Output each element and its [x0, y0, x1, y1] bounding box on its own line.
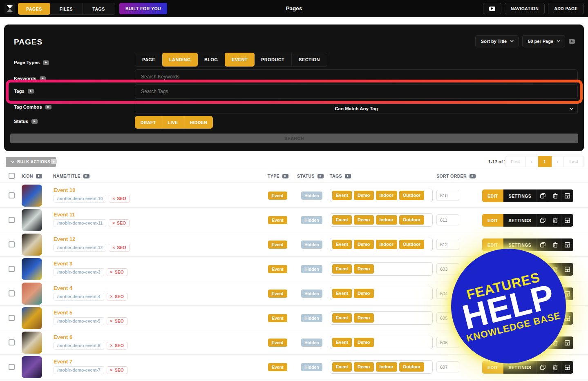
- video-icon[interactable]: [45, 105, 51, 109]
- tag-chip-event[interactable]: Event: [332, 289, 352, 298]
- video-icon[interactable]: [43, 60, 49, 65]
- video-icon[interactable]: [83, 174, 89, 178]
- tab-tags[interactable]: TAGS: [83, 3, 115, 14]
- tag-chip-indoor[interactable]: Indoor: [376, 240, 397, 249]
- seo-chip[interactable]: ×SEO: [107, 366, 127, 374]
- video-icon[interactable]: [31, 119, 38, 124]
- tag-chip-demo[interactable]: Demo: [354, 240, 374, 249]
- seo-chip[interactable]: ×SEO: [107, 293, 127, 301]
- duplicate-button[interactable]: [537, 238, 549, 251]
- video-icon[interactable]: [36, 174, 42, 178]
- page-title-link[interactable]: Event 3: [54, 261, 72, 267]
- tags-box[interactable]: EventDemo: [330, 336, 433, 349]
- tag-chip-demo[interactable]: Demo: [354, 338, 374, 347]
- seo-chip[interactable]: ×SEO: [109, 219, 130, 227]
- tag-chip-indoor[interactable]: Indoor: [376, 215, 397, 225]
- pagination-next[interactable]: ›: [552, 156, 564, 167]
- sort-order-input[interactable]: [436, 361, 459, 372]
- pagination-first[interactable]: First: [505, 156, 526, 167]
- tab-pages[interactable]: PAGES: [18, 3, 50, 15]
- layout-button[interactable]: [561, 361, 573, 374]
- video-icon[interactable]: [51, 159, 57, 164]
- tag-chip-demo[interactable]: Demo: [354, 191, 374, 200]
- tag-chip-outdoor[interactable]: Outdoor: [399, 362, 424, 372]
- sort-order-input[interactable]: [436, 263, 459, 274]
- tag-chip-demo[interactable]: Demo: [354, 289, 374, 298]
- pagination-page-1[interactable]: 1: [538, 156, 552, 167]
- delete-button[interactable]: [549, 361, 561, 374]
- page-title-link[interactable]: Event 12: [54, 236, 75, 242]
- page-thumbnail[interactable]: [22, 185, 42, 207]
- built-for-you-button[interactable]: BUILT FOR YOU: [119, 3, 167, 14]
- layout-button[interactable]: [561, 214, 573, 227]
- page-type-event[interactable]: EVENT: [225, 53, 255, 67]
- page-title-link[interactable]: Event 4: [54, 285, 72, 291]
- status-filter-hidden[interactable]: HIDDEN: [184, 116, 213, 129]
- seo-chip[interactable]: ×SEO: [107, 342, 127, 350]
- video-icon[interactable]: [28, 89, 34, 94]
- page-type-blog[interactable]: BLOG: [197, 53, 225, 66]
- pagination-prev[interactable]: ‹: [526, 156, 539, 167]
- row-checkbox[interactable]: [9, 192, 15, 198]
- edit-button[interactable]: EDIT: [482, 214, 503, 227]
- video-icon[interactable]: [345, 174, 351, 178]
- tags-search-input[interactable]: [135, 84, 578, 99]
- tag-chip-outdoor[interactable]: Outdoor: [399, 215, 424, 225]
- layout-button[interactable]: [561, 336, 573, 349]
- seo-chip[interactable]: ×SEO: [109, 195, 130, 203]
- page-thumbnail[interactable]: [22, 356, 42, 378]
- page-thumbnail[interactable]: [22, 258, 42, 280]
- tag-chip-outdoor[interactable]: Outdoor: [399, 240, 424, 249]
- page-thumbnail[interactable]: [22, 332, 42, 354]
- tags-box[interactable]: EventDemoIndoorOutdoor: [330, 238, 433, 251]
- tag-combos-select[interactable]: Can Match Any Tag: [135, 103, 578, 114]
- layout-button[interactable]: [561, 263, 573, 276]
- row-checkbox[interactable]: [9, 339, 15, 345]
- tags-box[interactable]: EventDemoIndoorOutdoor: [330, 360, 433, 374]
- delete-button[interactable]: [549, 189, 561, 202]
- page-thumbnail[interactable]: [22, 234, 42, 256]
- sort-dropdown[interactable]: Sort by Title: [475, 35, 519, 47]
- status-filter-draft[interactable]: DRAFT: [135, 116, 162, 129]
- tag-chip-event[interactable]: Event: [332, 191, 352, 200]
- tab-files[interactable]: FILES: [50, 3, 83, 14]
- video-icon[interactable]: [40, 76, 46, 81]
- tags-box[interactable]: EventDemoIndoorOutdoor: [330, 189, 433, 202]
- video-icon[interactable]: [470, 174, 476, 178]
- page-thumbnail[interactable]: [22, 283, 42, 305]
- settings-button[interactable]: SETTINGS: [503, 189, 537, 202]
- seo-chip[interactable]: ×SEO: [107, 268, 127, 276]
- status-filter-live[interactable]: LIVE: [162, 116, 184, 129]
- tag-chip-event[interactable]: Event: [332, 240, 352, 249]
- sort-order-input[interactable]: [436, 239, 459, 250]
- duplicate-button[interactable]: [537, 189, 549, 202]
- sort-order-input[interactable]: [436, 190, 459, 201]
- page-title-link[interactable]: Event 6: [54, 334, 72, 340]
- duplicate-button[interactable]: [537, 361, 549, 374]
- delete-button[interactable]: [549, 238, 561, 251]
- moble-logo-icon[interactable]: [4, 3, 15, 14]
- row-checkbox[interactable]: [9, 315, 15, 321]
- layout-button[interactable]: [561, 238, 573, 251]
- page-title-link[interactable]: Event 5: [54, 310, 72, 316]
- bulk-actions-button[interactable]: BULK ACTIONS: [6, 157, 56, 167]
- tag-chip-outdoor[interactable]: Outdoor: [399, 191, 424, 200]
- row-checkbox[interactable]: [9, 241, 15, 247]
- tag-chip-indoor[interactable]: Indoor: [376, 362, 397, 372]
- page-type-page[interactable]: PAGE: [135, 53, 163, 66]
- edit-button[interactable]: EDIT: [482, 361, 503, 374]
- tag-chip-event[interactable]: Event: [332, 264, 352, 274]
- seo-chip[interactable]: ×SEO: [109, 244, 130, 252]
- page-type-section[interactable]: SECTION: [292, 53, 327, 66]
- page-type-landing[interactable]: LANDING: [162, 53, 198, 67]
- tags-box[interactable]: EventDemo: [330, 287, 433, 300]
- tags-box[interactable]: EventDemoIndoorOutdoor: [330, 213, 433, 227]
- page-title-link[interactable]: Event 10: [54, 187, 75, 193]
- sort-order-input[interactable]: [436, 214, 459, 225]
- video-icon[interactable]: [569, 39, 575, 44]
- tag-chip-event[interactable]: Event: [332, 215, 352, 225]
- row-checkbox[interactable]: [9, 290, 15, 296]
- page-thumbnail[interactable]: [22, 307, 42, 329]
- tag-chip-indoor[interactable]: Indoor: [376, 191, 397, 200]
- settings-button[interactable]: SETTINGS: [503, 214, 537, 227]
